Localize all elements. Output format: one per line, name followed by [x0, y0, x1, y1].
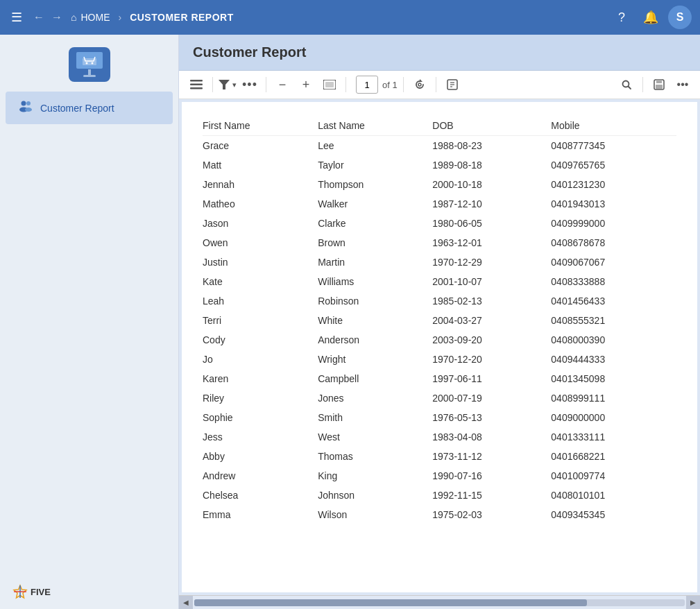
- svg-point-6: [25, 108, 32, 112]
- home-link[interactable]: ⌂ HOME: [71, 12, 110, 23]
- fit-page-button[interactable]: [319, 75, 340, 94]
- table-cell: 1990-07-16: [432, 466, 551, 486]
- help-button[interactable]: ?: [610, 6, 633, 29]
- table-cell: Grace: [203, 136, 318, 156]
- table-cell: Wilson: [318, 505, 432, 524]
- table-cell: 1997-06-11: [432, 369, 551, 388]
- table-cell: 0408000390: [551, 330, 676, 350]
- scroll-right-button[interactable]: ▶: [686, 596, 700, 610]
- table-cell: West: [318, 427, 432, 447]
- export-button[interactable]: [442, 75, 463, 94]
- table-cell: Emma: [203, 505, 318, 524]
- list-view-button[interactable]: [186, 75, 207, 94]
- five-logo-icon: [12, 584, 28, 599]
- table-cell: Taylor: [318, 155, 432, 175]
- table-cell: 0408678678: [551, 233, 676, 252]
- notifications-button[interactable]: 🔔: [639, 6, 663, 29]
- five-logo: FIVE: [12, 584, 51, 599]
- sidebar: Customer Report FIVE: [0, 35, 179, 609]
- col-lastname: Last Name: [318, 116, 432, 136]
- home-icon: ⌂: [71, 12, 76, 23]
- table-cell: Clarke: [318, 214, 432, 233]
- table-row: ChelseaJohnson1992-11-150408010101: [203, 486, 676, 505]
- table-cell: Matheo: [203, 194, 318, 214]
- table-cell: Leah: [203, 291, 318, 311]
- table-cell: Walker: [318, 194, 432, 214]
- col-dob: DOB: [432, 116, 551, 136]
- avatar[interactable]: S: [668, 6, 692, 29]
- svg-marker-13: [219, 80, 230, 89]
- table-row: JennahThompson2000-10-180401231230: [203, 175, 676, 194]
- h-scroll-track[interactable]: [194, 599, 685, 606]
- save-button[interactable]: [649, 75, 669, 94]
- table-cell: Riley: [203, 388, 318, 408]
- table-cell: Johnson: [318, 486, 432, 505]
- svg-rect-26: [656, 85, 663, 89]
- page-input[interactable]: [356, 76, 378, 94]
- table-cell: 0409345345: [551, 505, 676, 524]
- svg-marker-16: [420, 79, 422, 82]
- zoom-in-button[interactable]: +: [296, 75, 316, 94]
- svg-rect-10: [190, 80, 203, 82]
- search-icon: [621, 79, 632, 90]
- monitor-stand: [88, 69, 91, 75]
- table-cell: 1963-12-01: [432, 233, 551, 252]
- toolbar-sep-3: [345, 77, 346, 92]
- sidebar-item-customer-report[interactable]: Customer Report: [6, 92, 173, 124]
- table-cell: 1970-12-20: [432, 350, 551, 369]
- table-cell: Chelsea: [203, 486, 318, 505]
- table-cell: Campbell: [318, 369, 432, 388]
- table-row: JustinMartin1970-12-290409067067: [203, 252, 676, 272]
- table-cell: 0408010101: [551, 486, 676, 505]
- svg-point-3: [22, 101, 26, 106]
- h-scroll-thumb: [194, 599, 587, 606]
- table-cell: Thompson: [318, 175, 432, 194]
- table-row: AndrewKing1990-07-160401009774: [203, 466, 676, 486]
- table-cell: Anderson: [318, 330, 432, 350]
- table-body: GraceLee1988-08-230408777345MattTaylor19…: [203, 136, 676, 525]
- table-cell: 2000-10-18: [432, 175, 551, 194]
- table-row: RileyJones2000-07-190408999111: [203, 388, 676, 408]
- table-cell: King: [318, 466, 432, 486]
- overflow-menu-button[interactable]: •••: [672, 75, 693, 94]
- table-row: KateWilliams2001-10-070408333888: [203, 272, 676, 291]
- table-cell: Abby: [203, 447, 318, 466]
- table-cell: Jennah: [203, 175, 318, 194]
- table-cell: 0401231230: [551, 175, 676, 194]
- svg-point-2: [91, 62, 93, 65]
- forward-icon[interactable]: →: [49, 8, 65, 26]
- toolbar: ▾ ••• − + of 1: [179, 71, 700, 99]
- table-cell: Terri: [203, 311, 318, 330]
- breadcrumb-text: CUSTOMER REPORT: [130, 12, 234, 23]
- toolbar-right: •••: [616, 75, 693, 94]
- zoom-out-button[interactable]: −: [272, 75, 293, 94]
- table-cell: 1987-12-10: [432, 194, 551, 214]
- table-cell: Kate: [203, 272, 318, 291]
- people-icon: [18, 98, 33, 117]
- filter-button[interactable]: ▾: [219, 80, 237, 89]
- bottom-scrollbar[interactable]: ◀ ▶: [179, 595, 700, 609]
- toolbar-sep-2: [266, 77, 266, 92]
- table-cell: Jo: [203, 350, 318, 369]
- table-cell: 0401943013: [551, 194, 676, 214]
- svg-point-5: [26, 101, 31, 105]
- report-scroll[interactable]: First Name Last Name DOB Mobile GraceLee…: [182, 102, 697, 592]
- table-cell: Sophie: [203, 408, 318, 427]
- table-cell: 1992-11-15: [432, 486, 551, 505]
- table-wrap: First Name Last Name DOB Mobile GraceLee…: [182, 102, 697, 538]
- export-icon: [447, 79, 458, 90]
- home-label: HOME: [80, 12, 110, 23]
- back-icon[interactable]: ←: [31, 8, 47, 26]
- table-row: GraceLee1988-08-230408777345: [203, 136, 676, 156]
- svg-rect-25: [656, 80, 662, 83]
- refresh-button[interactable]: [409, 75, 430, 94]
- search-button[interactable]: [616, 75, 637, 94]
- table-cell: 1976-05-13: [432, 408, 551, 427]
- more-options-button[interactable]: •••: [239, 75, 260, 94]
- scroll-left-button[interactable]: ◀: [179, 596, 193, 610]
- table-cell: Owen: [203, 233, 318, 252]
- table-row: SophieSmith1976-05-130409000000: [203, 408, 676, 427]
- table-cell: 1973-11-12: [432, 447, 551, 466]
- table-row: MatheoWalker1987-12-100401943013: [203, 194, 676, 214]
- hamburger-icon[interactable]: ☰: [8, 7, 25, 28]
